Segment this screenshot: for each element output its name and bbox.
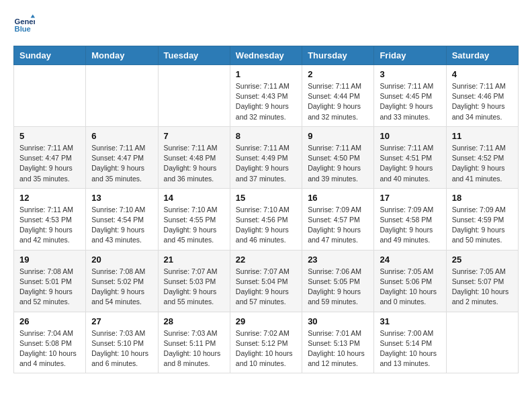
day-info: Sunrise: 7:07 AM Sunset: 5:03 PM Dayligh… [164,267,224,308]
day-number: 31 [380,316,440,326]
day-cell: 11Sunrise: 7:11 AM Sunset: 4:52 PM Dayli… [446,126,518,188]
logo: General Blue [13,13,38,35]
day-info: Sunrise: 7:11 AM Sunset: 4:43 PM Dayligh… [236,81,296,122]
day-number: 11 [452,131,513,141]
day-info: Sunrise: 7:07 AM Sunset: 5:04 PM Dayligh… [236,267,296,308]
day-cell: 20Sunrise: 7:08 AM Sunset: 5:02 PM Dayli… [86,250,158,312]
day-info: Sunrise: 7:09 AM Sunset: 4:58 PM Dayligh… [380,205,440,246]
week-row-5: 26Sunrise: 7:04 AM Sunset: 5:08 PM Dayli… [14,312,519,373]
day-cell: 2Sunrise: 7:11 AM Sunset: 4:44 PM Daylig… [302,65,374,127]
weekday-header-friday: Friday [374,46,446,65]
day-cell: 15Sunrise: 7:10 AM Sunset: 4:56 PM Dayli… [230,188,302,250]
day-number: 3 [380,69,440,79]
day-info: Sunrise: 7:11 AM Sunset: 4:48 PM Dayligh… [164,143,224,184]
day-number: 28 [164,316,224,326]
day-info: Sunrise: 7:02 AM Sunset: 5:12 PM Dayligh… [236,328,296,369]
day-info: Sunrise: 7:11 AM Sunset: 4:52 PM Dayligh… [452,143,513,184]
day-cell: 12Sunrise: 7:11 AM Sunset: 4:53 PM Dayli… [14,188,86,250]
day-cell: 17Sunrise: 7:09 AM Sunset: 4:58 PM Dayli… [374,188,446,250]
logo-icon: General Blue [13,13,35,35]
day-number: 7 [164,131,224,141]
svg-text:Blue: Blue [15,25,31,33]
day-info: Sunrise: 7:11 AM Sunset: 4:46 PM Dayligh… [452,81,513,122]
day-info: Sunrise: 7:11 AM Sunset: 4:47 PM Dayligh… [91,143,152,184]
day-cell: 29Sunrise: 7:02 AM Sunset: 5:12 PM Dayli… [230,312,302,373]
day-cell: 7Sunrise: 7:11 AM Sunset: 4:48 PM Daylig… [158,126,230,188]
day-number: 16 [308,193,368,203]
day-cell [446,312,518,373]
day-info: Sunrise: 7:05 AM Sunset: 5:06 PM Dayligh… [380,267,440,308]
day-number: 12 [19,193,80,203]
calendar-table: SundayMondayTuesdayWednesdayThursdayFrid… [13,46,519,373]
day-info: Sunrise: 7:04 AM Sunset: 5:08 PM Dayligh… [19,328,80,369]
day-number: 27 [91,316,152,326]
week-row-2: 5Sunrise: 7:11 AM Sunset: 4:47 PM Daylig… [14,126,519,188]
day-info: Sunrise: 7:00 AM Sunset: 5:14 PM Dayligh… [380,328,440,369]
day-info: Sunrise: 7:11 AM Sunset: 4:49 PM Dayligh… [236,143,296,184]
day-number: 25 [452,255,513,265]
day-info: Sunrise: 7:10 AM Sunset: 4:55 PM Dayligh… [164,205,224,246]
day-number: 21 [164,255,224,265]
day-info: Sunrise: 7:01 AM Sunset: 5:13 PM Dayligh… [308,328,368,369]
day-number: 8 [236,131,296,141]
day-info: Sunrise: 7:09 AM Sunset: 4:59 PM Dayligh… [452,205,513,246]
day-cell: 27Sunrise: 7:03 AM Sunset: 5:10 PM Dayli… [86,312,158,373]
day-cell: 1Sunrise: 7:11 AM Sunset: 4:43 PM Daylig… [230,65,302,127]
day-cell: 22Sunrise: 7:07 AM Sunset: 5:04 PM Dayli… [230,250,302,312]
day-info: Sunrise: 7:03 AM Sunset: 5:11 PM Dayligh… [164,328,224,369]
day-number: 22 [236,255,296,265]
day-info: Sunrise: 7:11 AM Sunset: 4:50 PM Dayligh… [308,143,368,184]
day-number: 6 [91,131,152,141]
day-number: 4 [452,69,513,79]
day-cell [86,65,158,127]
weekday-header-row: SundayMondayTuesdayWednesdayThursdayFrid… [14,46,519,65]
day-number: 18 [452,193,513,203]
day-info: Sunrise: 7:08 AM Sunset: 5:01 PM Dayligh… [19,267,80,308]
day-cell: 18Sunrise: 7:09 AM Sunset: 4:59 PM Dayli… [446,188,518,250]
day-cell: 31Sunrise: 7:00 AM Sunset: 5:14 PM Dayli… [374,312,446,373]
weekday-header-saturday: Saturday [446,46,518,65]
weekday-header-sunday: Sunday [14,46,86,65]
day-number: 23 [308,255,368,265]
day-info: Sunrise: 7:11 AM Sunset: 4:45 PM Dayligh… [380,81,440,122]
day-cell: 23Sunrise: 7:06 AM Sunset: 5:05 PM Dayli… [302,250,374,312]
day-info: Sunrise: 7:10 AM Sunset: 4:56 PM Dayligh… [236,205,296,246]
day-cell: 4Sunrise: 7:11 AM Sunset: 4:46 PM Daylig… [446,65,518,127]
day-number: 15 [236,193,296,203]
week-row-4: 19Sunrise: 7:08 AM Sunset: 5:01 PM Dayli… [14,250,519,312]
weekday-header-wednesday: Wednesday [230,46,302,65]
day-cell [158,65,230,127]
day-info: Sunrise: 7:08 AM Sunset: 5:02 PM Dayligh… [91,267,152,308]
day-cell: 30Sunrise: 7:01 AM Sunset: 5:13 PM Dayli… [302,312,374,373]
weekday-header-tuesday: Tuesday [158,46,230,65]
day-cell: 13Sunrise: 7:10 AM Sunset: 4:54 PM Dayli… [86,188,158,250]
day-number: 2 [308,69,368,79]
day-number: 17 [380,193,440,203]
week-row-3: 12Sunrise: 7:11 AM Sunset: 4:53 PM Dayli… [14,188,519,250]
day-number: 5 [19,131,80,141]
week-row-1: 1Sunrise: 7:11 AM Sunset: 4:43 PM Daylig… [14,65,519,127]
day-number: 26 [19,316,80,326]
day-cell: 8Sunrise: 7:11 AM Sunset: 4:49 PM Daylig… [230,126,302,188]
day-cell [14,65,86,127]
svg-text:General: General [15,17,35,26]
day-number: 10 [380,131,440,141]
weekday-header-monday: Monday [86,46,158,65]
page-header: General Blue [13,13,519,35]
day-cell: 14Sunrise: 7:10 AM Sunset: 4:55 PM Dayli… [158,188,230,250]
day-info: Sunrise: 7:11 AM Sunset: 4:44 PM Dayligh… [308,81,368,122]
day-number: 19 [19,255,80,265]
day-cell: 28Sunrise: 7:03 AM Sunset: 5:11 PM Dayli… [158,312,230,373]
day-cell: 3Sunrise: 7:11 AM Sunset: 4:45 PM Daylig… [374,65,446,127]
day-info: Sunrise: 7:11 AM Sunset: 4:53 PM Dayligh… [19,205,80,246]
day-info: Sunrise: 7:10 AM Sunset: 4:54 PM Dayligh… [91,205,152,246]
day-number: 13 [91,193,152,203]
day-cell: 26Sunrise: 7:04 AM Sunset: 5:08 PM Dayli… [14,312,86,373]
day-info: Sunrise: 7:03 AM Sunset: 5:10 PM Dayligh… [91,328,152,369]
day-info: Sunrise: 7:11 AM Sunset: 4:51 PM Dayligh… [380,143,440,184]
day-number: 30 [308,316,368,326]
day-cell: 10Sunrise: 7:11 AM Sunset: 4:51 PM Dayli… [374,126,446,188]
weekday-header-thursday: Thursday [302,46,374,65]
day-number: 14 [164,193,224,203]
day-cell: 21Sunrise: 7:07 AM Sunset: 5:03 PM Dayli… [158,250,230,312]
